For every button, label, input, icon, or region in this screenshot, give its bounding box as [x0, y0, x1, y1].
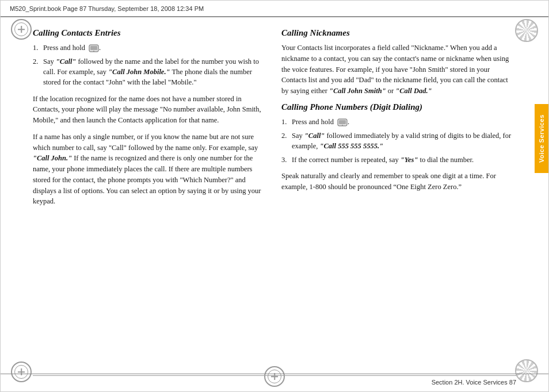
- svg-point-5: [342, 125, 343, 126]
- step-2-num: 2.: [33, 56, 43, 87]
- page-container: M520_Sprint.book Page 87 Thursday, Septe…: [0, 0, 549, 392]
- digit-step-1-num: 1.: [281, 117, 292, 127]
- corner-decoration-top-left: [11, 19, 32, 40]
- side-tab-label: Voice Services: [538, 114, 545, 163]
- right-column: Calling Nicknames Your Contacts list inc…: [281, 19, 516, 363]
- corner-decoration-bottom-right: [515, 359, 538, 382]
- corner-inner-bottom-left: [14, 365, 28, 379]
- corner-inner-top-left: [14, 22, 28, 36]
- digit-step-1-content: Press and hold .: [292, 117, 516, 127]
- bottom-rule: [1, 374, 548, 374]
- phone-icon-2: [337, 118, 348, 126]
- paragraph-no-number: If the location recognized for the name …: [33, 94, 268, 126]
- step-1-contacts: 1. Press and hold .: [33, 43, 268, 53]
- corner-decoration-bottom-left: [11, 362, 32, 382]
- calling-contacts-title: Calling Contacts Entries: [33, 28, 268, 38]
- calling-nicknames-title: Calling Nicknames: [281, 28, 516, 38]
- step-1-content: Press and hold .: [43, 43, 268, 53]
- header-bar: M520_Sprint.book Page 87 Thursday, Septe…: [1, 1, 548, 17]
- digit-step-2: 2. Say "Call" followed immediately by a …: [281, 130, 516, 151]
- digit-step-1-text: Press and hold: [292, 118, 334, 126]
- crosshair-icon-top-left: [18, 26, 25, 33]
- digit-step-3-content: If the correct number is repeated, say "…: [292, 155, 516, 165]
- header-text: M520_Sprint.book Page 87 Thursday, Septe…: [10, 5, 204, 12]
- digit-step-1: 1. Press and hold .: [281, 117, 516, 127]
- left-column: Calling Contacts Entries 1. Press and ho…: [33, 19, 268, 363]
- footer: Section 2H. Voice Services 87: [33, 375, 516, 386]
- content-area: Calling Contacts Entries 1. Press and ho…: [33, 19, 516, 363]
- phone-icon-1: [89, 44, 99, 52]
- step-1-num: 1.: [33, 43, 43, 53]
- step-2-contacts: 2. Say "Call" followed by the name and t…: [33, 56, 268, 87]
- step-2-content: Say "Call" followed by the name and the …: [43, 56, 268, 87]
- footer-text: Section 2H. Voice Services 87: [432, 379, 516, 386]
- svg-rect-1: [90, 46, 97, 50]
- svg-rect-4: [339, 120, 346, 124]
- step-1-text: Press and hold: [43, 44, 85, 52]
- svg-point-2: [93, 51, 94, 52]
- voice-services-tab: Voice Services: [535, 104, 548, 173]
- digit-paragraph: Speak naturally and clearly and remember…: [281, 171, 516, 193]
- top-rule: [1, 17, 548, 17]
- digit-step-3: 3. If the correct number is repeated, sa…: [281, 155, 516, 165]
- digit-step-2-num: 2.: [281, 130, 292, 151]
- digit-step-3-num: 3.: [281, 155, 292, 165]
- calling-contacts-steps: 1. Press and hold . 2.: [33, 43, 268, 88]
- nicknames-paragraph: Your Contacts list incorporates a field …: [281, 43, 516, 97]
- crosshair-icon-bottom-left: [18, 368, 25, 375]
- paragraph-single-number: If a name has only a single number, or i…: [33, 132, 268, 207]
- digit-dialing-title: Calling Phone Numbers (Digit Dialing): [281, 102, 516, 112]
- corner-decoration-top-right: [515, 19, 538, 42]
- digit-step-2-content: Say "Call" followed immediately by a val…: [292, 130, 516, 151]
- digit-dialing-steps: 1. Press and hold . 2.: [281, 117, 516, 166]
